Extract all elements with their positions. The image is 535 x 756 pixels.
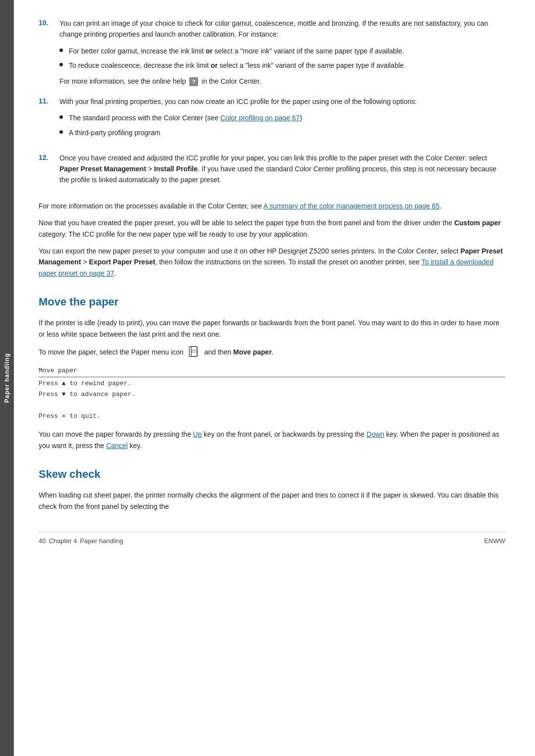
bullet-dot-11-1	[59, 115, 63, 119]
step-11-text: With your final printing properties, you…	[59, 96, 505, 107]
step-11-number: 11.	[39, 96, 53, 144]
cancel-key-link[interactable]: Cancel	[106, 442, 128, 450]
footer-right: ENWW	[484, 536, 505, 546]
code-line-3: Press ✕ to quit.	[39, 411, 505, 422]
step-12: 12. Once you have created and adjusted t…	[39, 152, 505, 192]
footer-chapter-label: Paper handling	[80, 536, 123, 546]
page-body: 10. You can print an image of your choic…	[39, 18, 505, 546]
step-10: 10. You can print an image of your choic…	[39, 18, 505, 87]
footer-enww: ENWW	[484, 537, 505, 545]
skew-check-heading: Skew check	[39, 466, 505, 483]
step-10-text: You can print an image of your choice to…	[59, 18, 505, 40]
bullet-11-1: The standard process with the Color Cent…	[59, 113, 505, 124]
footer-chapter: Chapter 4	[49, 536, 77, 546]
skew-check-para1: When loading cut sheet paper, the printe…	[39, 490, 505, 512]
move-paper-para2: To move the paper, select the Paper menu…	[39, 346, 505, 359]
color-profiling-link[interactable]: Color profiling on page 67	[220, 114, 300, 122]
page-footer: 40 Chapter 4 Paper handling ENWW	[39, 532, 505, 546]
move-paper-heading: Move the paper	[39, 294, 505, 310]
step-10-number: 10.	[39, 18, 53, 87]
bullet-10-1-text: For better color gamut, increase the ink…	[69, 46, 404, 57]
code-line-2: Press ▼ to advance paper.	[39, 389, 505, 400]
bullet-dot-10-1	[59, 49, 63, 52]
bullet-10-2: To reduce coalescence, decrease the ink …	[59, 60, 505, 71]
footer-page: 40	[39, 536, 46, 546]
step-12-number: 12.	[39, 152, 53, 192]
sidebar-label: Paper handling	[3, 353, 10, 403]
down-key-link[interactable]: Down	[367, 430, 384, 438]
main-content: 10. You can print an image of your choic…	[14, 0, 535, 756]
svg-rect-0	[189, 347, 197, 356]
step-10-info: For more information, see the online hel…	[59, 76, 505, 87]
para-custom-paper: Now that you have created the paper pres…	[39, 217, 505, 240]
footer-left: 40 Chapter 4 Paper handling	[39, 536, 123, 546]
step-12-text: Once you have created and adjusted the I…	[59, 152, 505, 186]
code-line-blank	[39, 400, 505, 411]
para-export-preset: You can export the new paper preset to y…	[39, 246, 505, 279]
para-summary-link: For more information on the processes av…	[39, 201, 505, 211]
bullet-dot-11-2	[59, 130, 63, 134]
bullet-10-2-text: To reduce coalescence, decrease the ink …	[69, 60, 406, 71]
help-icon: ?	[189, 77, 198, 86]
step-12-content: Once you have created and adjusted the I…	[59, 152, 505, 192]
paper-menu-icon	[187, 346, 201, 359]
step-11-content: With your final printing properties, you…	[59, 96, 505, 144]
step-11-bullets: The standard process with the Color Cent…	[59, 113, 505, 138]
bullet-11-2: A third-party profiling program	[59, 128, 505, 139]
code-line-1: Press ▲ to rewind paper.	[39, 378, 505, 389]
bullet-dot-10-2	[59, 63, 63, 66]
code-title: Move paper	[39, 365, 505, 377]
step-10-bullets: For better color gamut, increase the ink…	[59, 46, 505, 71]
code-block: Move paper Press ▲ to rewind paper. Pres…	[39, 365, 505, 422]
bullet-11-2-text: A third-party profiling program	[69, 128, 160, 139]
move-paper-para1: If the printer is idle (ready to print),…	[39, 317, 505, 340]
move-paper-para3: You can move the paper forwards by press…	[39, 429, 505, 451]
step-11: 11. With your final printing properties,…	[39, 96, 505, 144]
summary-link[interactable]: A summary of the color management proces…	[264, 202, 440, 210]
bullet-10-1: For better color gamut, increase the ink…	[59, 46, 505, 57]
svg-rect-1	[191, 347, 197, 356]
step-10-content: You can print an image of your choice to…	[59, 18, 505, 87]
bullet-11-1-text: The standard process with the Color Cent…	[69, 113, 302, 124]
sidebar: Paper handling	[0, 0, 14, 756]
up-key-link[interactable]: Up	[193, 430, 202, 438]
